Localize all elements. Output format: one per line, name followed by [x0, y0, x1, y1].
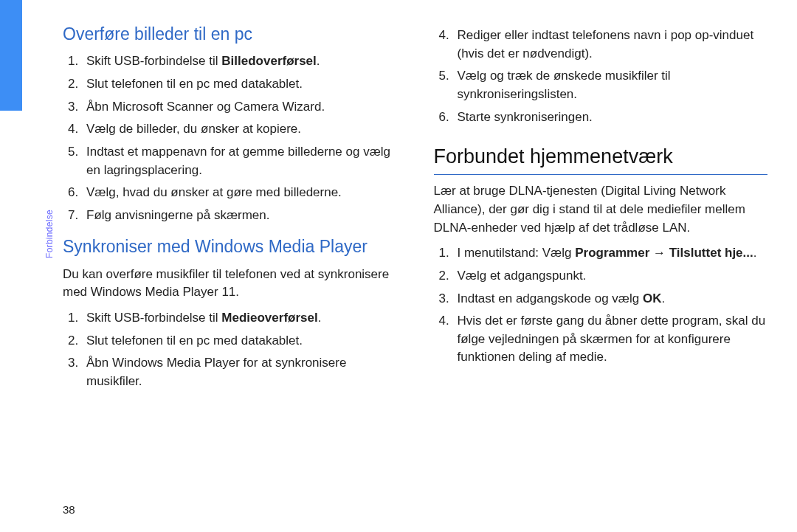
bold: Billedoverførsel [221, 54, 317, 68]
edge-tab [0, 0, 22, 111]
list-item: Skift USB-forbindelse til Billedoverførs… [82, 52, 397, 71]
list-item: Åbn Microsoft Scanner og Camera Wizard. [82, 98, 397, 117]
list-sync-wmp: Skift USB-forbindelse til Medieoverførse… [63, 309, 397, 391]
list-item: Vælg de billeder, du ønsker at kopiere. [82, 120, 397, 139]
text: . [753, 246, 757, 260]
list-item: Følg anvisningerne på skærmen. [82, 207, 397, 225]
right-column: Rediger eller indtast telefonens navn i … [434, 22, 768, 510]
heading-sync-wmp: Synkroniser med Windows Media Player [63, 235, 397, 259]
list-item: Skift USB-forbindelse til Medieoverførse… [82, 309, 397, 328]
left-column: Overføre billeder til en pc Skift USB-fo… [63, 22, 397, 510]
heading-home-network: Forbundet hjemmenetværk [434, 142, 768, 171]
bold: Tilsluttet hje... [669, 246, 753, 260]
bold: OK [643, 291, 662, 305]
list-item: Åbn Windows Media Player for at synkroni… [82, 354, 397, 390]
side-label: Forbindelse [44, 210, 55, 258]
text: Indtast en adgangskode og vælg [458, 291, 643, 305]
list-item: Vælg et adgangspunkt. [453, 267, 768, 286]
text: Skift USB-forbindelse til [86, 54, 221, 68]
list-item: Hvis det er første gang du åbner dette p… [453, 312, 768, 367]
list-item: I menutilstand: Vælg Programmer → Tilslu… [453, 244, 768, 263]
bold: Programmer [575, 246, 649, 260]
text: . [661, 291, 665, 305]
heading-underline [434, 174, 768, 175]
list-item: Slut telefonen til en pc med datakablet. [82, 332, 397, 350]
text: Skift USB-forbindelse til [86, 311, 221, 325]
paragraph-dlna: Lær at bruge DLNA-tjenesten (Digital Liv… [434, 182, 768, 237]
list-item: Rediger eller indtast telefonens navn i … [453, 27, 768, 63]
bold: Medieoverførsel [221, 311, 317, 325]
list-item: Vælg, hvad du ønsker at gøre med billede… [82, 184, 397, 202]
text: I menutilstand: Vælg [458, 246, 576, 260]
list-home-network: I menutilstand: Vælg Programmer → Tilslu… [434, 244, 768, 367]
list-item: Indtast et mappenavn for at gemme billed… [82, 143, 397, 179]
page-number: 38 [63, 503, 75, 516]
list-sync-continued: Rediger eller indtast telefonens navn i … [434, 27, 768, 126]
list-item: Vælg og træk de ønskede musikfiler til s… [453, 67, 768, 103]
text: . [317, 54, 320, 68]
list-item: Starte synkroniseringen. [453, 108, 768, 127]
text: . [318, 311, 322, 325]
list-item: Indtast en adgangskode og vælg OK. [453, 290, 768, 308]
text: → [649, 246, 669, 260]
page-content: Overføre billeder til en pc Skift USB-fo… [63, 22, 767, 510]
list-transfer-images: Skift USB-forbindelse til Billedoverførs… [63, 52, 397, 224]
heading-transfer-images: Overføre billeder til en pc [63, 22, 397, 46]
list-item: Slut telefonen til en pc med datakablet. [82, 75, 397, 94]
paragraph-sync-wmp: Du kan overføre musikfiler til telefonen… [63, 266, 397, 302]
